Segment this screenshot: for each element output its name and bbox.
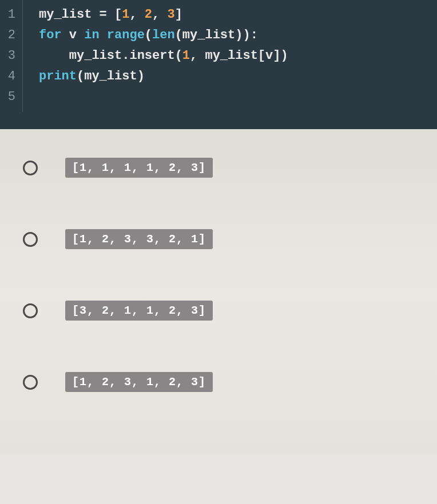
line-number: 4: [5, 66, 15, 87]
line-number: 5: [5, 87, 15, 107]
option-2[interactable]: [1, 2, 3, 3, 2, 1]: [23, 229, 426, 249]
line-number: 3: [5, 46, 15, 66]
code-content: my_list = [1, 2, 3] for v in range(len(m…: [23, 0, 437, 112]
option-text: [1, 2, 3, 3, 2, 1]: [65, 229, 213, 249]
radio-icon[interactable]: [23, 232, 38, 247]
radio-icon[interactable]: [23, 161, 38, 175]
code-editor: 1 2 3 4 5 my_list = [1, 2, 3] for v in r…: [0, 0, 437, 129]
option-4[interactable]: [1, 2, 3, 1, 2, 3]: [23, 372, 426, 392]
code-line-3: my_list.insert(1, my_list[v]): [39, 46, 437, 66]
line-number: 1: [5, 5, 15, 25]
option-text: [3, 2, 1, 1, 2, 3]: [65, 301, 213, 321]
code-line-1: my_list = [1, 2, 3]: [39, 5, 437, 25]
option-1[interactable]: [1, 1, 1, 1, 2, 3]: [23, 158, 426, 178]
option-3[interactable]: [3, 2, 1, 1, 2, 3]: [23, 301, 426, 321]
option-text: [1, 2, 3, 1, 2, 3]: [65, 372, 213, 392]
radio-icon[interactable]: [23, 375, 38, 390]
code-line-2: for v in range(len(my_list)):: [39, 25, 437, 46]
line-number: 2: [5, 25, 15, 46]
code-line-4: print(my_list): [39, 66, 437, 87]
options-section: [1, 1, 1, 1, 2, 3] [1, 2, 3, 3, 2, 1] [3…: [0, 129, 437, 455]
line-gutter: 1 2 3 4 5: [0, 0, 23, 112]
radio-icon[interactable]: [23, 303, 38, 318]
option-text: [1, 1, 1, 1, 2, 3]: [65, 158, 213, 178]
